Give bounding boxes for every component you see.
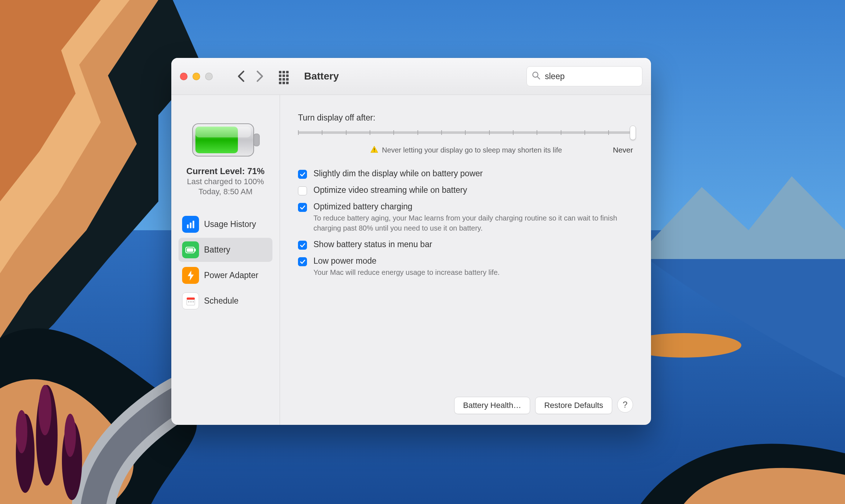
warning-icon — [370, 146, 378, 154]
option-label: Optimize video streaming while on batter… — [313, 185, 467, 195]
search-input[interactable] — [545, 72, 651, 81]
display-sleep-warning: Never letting your display go to sleep m… — [309, 146, 624, 154]
last-charged-label: Last charged to 100% — [186, 177, 265, 186]
svg-rect-16 — [187, 224, 189, 228]
restore-defaults-button[interactable]: Restore Defaults — [535, 397, 612, 414]
svg-rect-24 — [188, 301, 189, 303]
search-icon — [532, 71, 541, 81]
current-level-label: Current Level: 71% — [186, 166, 265, 176]
option-description: To reduce battery aging, your Mac learns… — [313, 213, 627, 233]
search-field[interactable] — [527, 66, 642, 86]
display-off-slider[interactable] — [298, 128, 633, 142]
svg-rect-13 — [254, 134, 259, 146]
svg-rect-27 — [374, 148, 375, 151]
option-low-power-mode: Low power mode Your Mac will reduce ener… — [298, 256, 633, 277]
checkbox-optimize-streaming[interactable] — [298, 186, 307, 195]
last-charged-time-label: Today, 8:50 AM — [186, 187, 265, 196]
sidebar-item-power-adapter[interactable]: Power Adapter — [179, 263, 272, 287]
svg-rect-17 — [190, 222, 191, 228]
window-toolbar: Battery — [171, 58, 651, 95]
zoom-button[interactable] — [205, 73, 213, 80]
option-label: Show battery status in menu bar — [313, 240, 432, 249]
svg-rect-25 — [190, 301, 191, 303]
battery-icon — [182, 241, 199, 258]
svg-rect-26 — [193, 301, 194, 303]
svg-point-7 — [16, 410, 27, 453]
close-button[interactable] — [180, 73, 187, 80]
svg-rect-28 — [374, 151, 375, 152]
display-off-label: Turn display off after: — [298, 113, 633, 123]
bolt-icon — [182, 267, 199, 284]
window-controls — [180, 73, 213, 80]
option-label: Slightly dim the display while on batter… — [313, 169, 483, 178]
svg-point-10 — [533, 72, 538, 77]
svg-point-8 — [39, 385, 51, 435]
show-all-button[interactable] — [279, 71, 290, 82]
checkbox-dim-display[interactable] — [298, 170, 307, 179]
content-footer: Battery Health… Restore Defaults ? — [298, 386, 633, 414]
sidebar-list: Usage History Battery Power Adapter — [179, 212, 272, 313]
battery-illustration — [190, 120, 262, 160]
help-button[interactable]: ? — [617, 397, 633, 413]
option-optimized-charging: Optimized battery charging To reduce bat… — [298, 202, 633, 233]
sidebar-item-usage-history[interactable]: Usage History — [179, 212, 272, 236]
sidebar-item-battery[interactable]: Battery — [179, 238, 272, 262]
checkbox-low-power-mode[interactable] — [298, 257, 307, 266]
warning-text: Never letting your display go to sleep m… — [382, 146, 562, 154]
svg-rect-22 — [186, 298, 195, 300]
sidebar-item-label: Schedule — [204, 296, 239, 306]
forward-button[interactable] — [256, 70, 264, 82]
nav-buttons — [237, 70, 264, 82]
sidebar-item-label: Battery — [204, 245, 230, 255]
svg-rect-20 — [195, 249, 196, 251]
option-description: Your Mac will reduce energy usage to inc… — [313, 267, 500, 277]
sidebar-item-label: Power Adapter — [204, 271, 258, 280]
calendar-icon — [182, 292, 199, 309]
system-preferences-window: Battery — [171, 58, 651, 425]
option-dim-display: Slightly dim the display while on batter… — [298, 169, 633, 179]
svg-line-11 — [538, 77, 540, 79]
battery-stats: Current Level: 71% Last charged to 100% … — [186, 166, 265, 196]
battery-health-button[interactable]: Battery Health… — [454, 397, 530, 414]
slider-thumb[interactable] — [630, 126, 636, 140]
svg-rect-18 — [193, 221, 194, 228]
svg-point-9 — [64, 414, 76, 457]
option-label: Low power mode — [313, 256, 500, 266]
option-label: Optimized battery charging — [313, 202, 627, 212]
minimize-button[interactable] — [193, 73, 200, 80]
sidebar: Current Level: 71% Last charged to 100% … — [171, 95, 280, 425]
checkbox-menu-bar-status[interactable] — [298, 241, 307, 250]
content-pane: Turn display off after: Never letting yo… — [280, 95, 651, 425]
chart-bar-icon — [182, 216, 199, 233]
checkbox-optimized-charging[interactable] — [298, 203, 307, 212]
sidebar-item-label: Usage History — [204, 219, 256, 229]
window-title: Battery — [304, 71, 339, 82]
option-menu-bar-status: Show battery status in menu bar — [298, 240, 633, 250]
svg-rect-21 — [187, 248, 193, 252]
back-button[interactable] — [237, 70, 245, 82]
svg-rect-15 — [195, 127, 251, 137]
option-optimize-streaming: Optimize video streaming while on batter… — [298, 185, 633, 195]
sidebar-item-schedule[interactable]: Schedule — [179, 289, 272, 313]
